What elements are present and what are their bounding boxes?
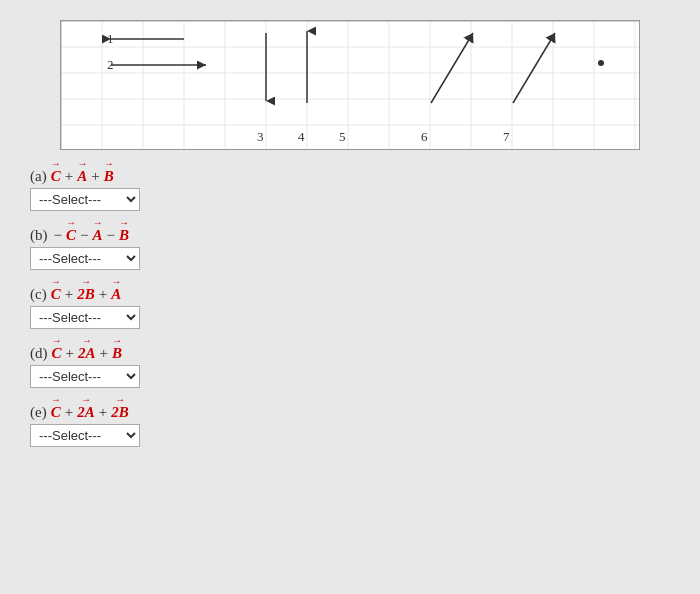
var-2A-e: 2A→ bbox=[77, 404, 95, 421]
var-A-c: A→ bbox=[111, 286, 121, 303]
var-B-a: B→ bbox=[104, 168, 114, 185]
select-wrapper-c[interactable]: ---Select--- 1234 5678 bbox=[30, 306, 140, 329]
svg-text:4: 4 bbox=[298, 129, 305, 144]
svg-text:5: 5 bbox=[339, 129, 346, 144]
question-e: (e) C→ + 2A→ + 2B→ ---Select--- 1234 567… bbox=[30, 404, 670, 447]
svg-text:7: 7 bbox=[503, 129, 510, 144]
var-C-b: C→ bbox=[66, 227, 76, 244]
questions-area: (a) C→ + A→ + B→ ---Select--- 1234 5678 … bbox=[10, 168, 690, 447]
var-A-a: A→ bbox=[77, 168, 87, 185]
select-a[interactable]: ---Select--- 1234 5678 bbox=[30, 188, 140, 211]
q-letter-d: (d) bbox=[30, 345, 48, 362]
graph-area: 1 2 3 4 5 6 7 bbox=[60, 20, 640, 150]
question-a: (a) C→ + A→ + B→ ---Select--- 1234 5678 bbox=[30, 168, 670, 211]
var-C-a: C→ bbox=[51, 168, 61, 185]
select-d[interactable]: ---Select--- 1234 5678 bbox=[30, 365, 140, 388]
select-wrapper-e[interactable]: ---Select--- 1234 5678 bbox=[30, 424, 140, 447]
var-A-b: A→ bbox=[92, 227, 102, 244]
var-2B-e: 2B→ bbox=[111, 404, 129, 421]
select-e[interactable]: ---Select--- 1234 5678 bbox=[30, 424, 140, 447]
var-2A-d: 2A→ bbox=[78, 345, 96, 362]
math-expr-e: C→ + 2A→ + 2B→ bbox=[51, 404, 129, 421]
var-C-d: C→ bbox=[52, 345, 62, 362]
question-b: (b) − C→ − A→ − B→ ---Select--- 1234 567… bbox=[30, 227, 670, 270]
question-c: (c) C→ + 2B→ + A→ ---Select--- 1234 5678 bbox=[30, 286, 670, 329]
math-expr-b: − C→ − A→ − B→ bbox=[52, 227, 129, 244]
var-B-d: B→ bbox=[112, 345, 122, 362]
math-expr-a: C→ + A→ + B→ bbox=[51, 168, 114, 185]
select-wrapper-a[interactable]: ---Select--- 1234 5678 bbox=[30, 188, 140, 211]
var-2B-c: 2B→ bbox=[77, 286, 95, 303]
select-wrapper-d[interactable]: ---Select--- 1234 5678 bbox=[30, 365, 140, 388]
q-letter-e: (e) bbox=[30, 404, 47, 421]
q-letter-b: (b) bbox=[30, 227, 48, 244]
question-d: (d) C→ + 2A→ + B→ ---Select--- 1234 5678 bbox=[30, 345, 670, 388]
graph-svg: 1 2 3 4 5 6 7 bbox=[61, 21, 640, 150]
math-expr-d: C→ + 2A→ + B→ bbox=[52, 345, 122, 362]
select-c[interactable]: ---Select--- 1234 5678 bbox=[30, 306, 140, 329]
svg-point-32 bbox=[598, 60, 604, 66]
math-expr-c: C→ + 2B→ + A→ bbox=[51, 286, 121, 303]
select-b[interactable]: ---Select--- 1234 5678 bbox=[30, 247, 140, 270]
var-C-c: C→ bbox=[51, 286, 61, 303]
select-wrapper-b[interactable]: ---Select--- 1234 5678 bbox=[30, 247, 140, 270]
var-C-e: C→ bbox=[51, 404, 61, 421]
svg-text:3: 3 bbox=[257, 129, 264, 144]
svg-text:6: 6 bbox=[421, 129, 428, 144]
q-letter-c: (c) bbox=[30, 286, 47, 303]
q-letter-a: (a) bbox=[30, 168, 47, 185]
var-B-b: B→ bbox=[119, 227, 129, 244]
